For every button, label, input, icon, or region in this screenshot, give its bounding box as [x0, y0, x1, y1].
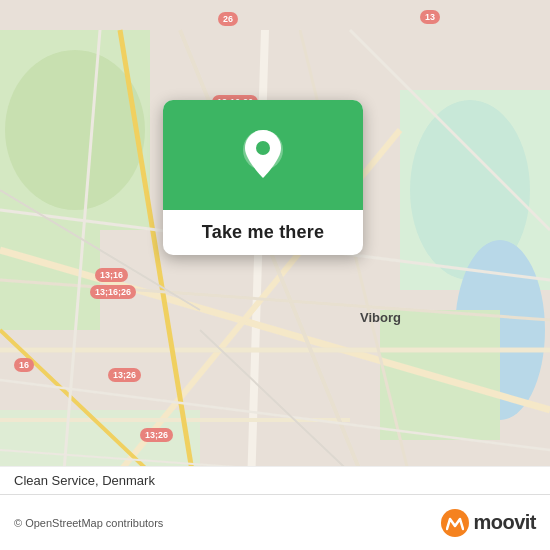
moovit-logo: moovit — [441, 509, 536, 537]
route-badge-16: 16 — [14, 358, 34, 372]
popup-header — [163, 100, 363, 210]
route-badge-26: 26 — [218, 12, 238, 26]
location-pin-icon — [241, 128, 285, 182]
bottom-bar: © OpenStreetMap contributors moovit — [0, 494, 550, 550]
route-badge-13-26-1: 13;26 — [108, 368, 141, 382]
route-badge-13: 13 — [420, 10, 440, 24]
place-name-bar: Clean Service, Denmark — [0, 466, 550, 494]
attribution-text: © OpenStreetMap contributors — [14, 517, 163, 529]
svg-point-1 — [5, 50, 145, 210]
popup-card[interactable]: Take me there — [163, 100, 363, 255]
place-name: Clean Service, Denmark — [14, 473, 155, 488]
city-label-viborg: Viborg — [360, 310, 401, 325]
take-me-there-button[interactable]: Take me there — [163, 210, 363, 255]
route-badge-13-16-26-mid: 13;16;26 — [90, 285, 136, 299]
moovit-icon — [441, 509, 469, 537]
svg-point-28 — [256, 141, 270, 155]
route-badge-13-16-left: 13;16 — [95, 268, 128, 282]
route-badge-13-26-2: 13;26 — [140, 428, 173, 442]
moovit-text: moovit — [473, 511, 536, 534]
map-container: Take me there 26 13;16;26 13;16 13;16;26… — [0, 0, 550, 550]
